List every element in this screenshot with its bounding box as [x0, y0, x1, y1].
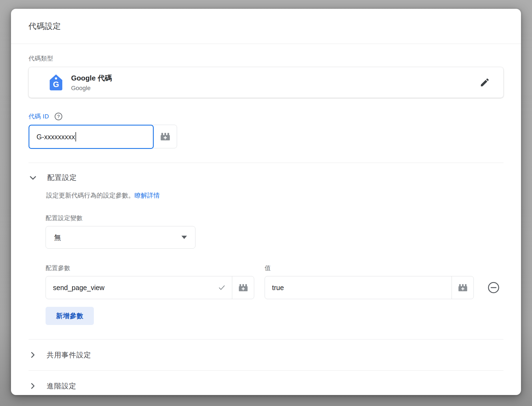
config-settings-body: 配置設定變數 無 配置參數 值 [46, 214, 503, 325]
advanced-settings-title: 進階設定 [47, 381, 76, 391]
remove-circle-icon [487, 281, 500, 294]
dropdown-arrow-icon [181, 236, 187, 239]
panel-body: 代碼類型 G Google 代碼 Google 代碼 ID [11, 44, 521, 395]
remove-parameter-button[interactable] [487, 281, 500, 294]
help-icon[interactable]: ? [54, 112, 63, 121]
tag-id-label: 代碼 ID [29, 112, 49, 121]
config-settings-header[interactable]: 配置設定 [29, 173, 503, 182]
config-description-text: 設定更新代碼行為的設定參數。 [46, 192, 135, 199]
param-name-input[interactable] [46, 276, 218, 299]
tag-id-field-group: G-xxxxxxxxx [29, 125, 177, 148]
google-tag-icon: G [48, 74, 64, 91]
check-icon [218, 283, 226, 292]
tag-type-label: 代碼類型 [29, 54, 503, 63]
param-value-column-label: 值 [265, 264, 474, 272]
param-valid-check [218, 276, 232, 299]
tag-settings-panel: 代碼設定 代碼類型 G Google 代碼 Google 代碼 I [11, 9, 521, 395]
shared-event-settings-section[interactable]: 共用事件設定 [29, 340, 503, 370]
config-variable-value: 無 [54, 233, 181, 242]
tag-id-block: 代碼 ID ? G-xxxxxxxxx [29, 112, 503, 148]
chevron-down-icon [29, 173, 37, 182]
edit-icon [480, 77, 490, 88]
param-value-variable-button[interactable] [452, 276, 474, 299]
tag-id-value: G-xxxxxxxxx [37, 133, 75, 141]
svg-text:?: ? [57, 114, 60, 119]
variable-brick-plus-icon [159, 131, 171, 142]
parameter-row [46, 276, 503, 299]
config-description: 設定更新代碼行為的設定參數。瞭解詳情 [46, 191, 503, 200]
variable-brick-plus-icon [457, 282, 468, 293]
svg-text:G: G [53, 80, 59, 89]
tag-type-name: Google 代碼 [71, 73, 480, 83]
shared-event-settings-title: 共用事件設定 [47, 350, 91, 360]
tag-type-card: G Google 代碼 Google [29, 67, 503, 98]
advanced-settings-section[interactable]: 進階設定 [29, 371, 503, 395]
param-name-variable-button[interactable] [232, 276, 254, 299]
chevron-right-icon [29, 351, 37, 359]
text-cursor [75, 132, 76, 141]
config-variable-label: 配置設定變數 [46, 214, 503, 222]
config-variable-select[interactable]: 無 [46, 226, 195, 249]
chevron-right-icon [29, 382, 37, 390]
tag-type-text: Google 代碼 Google [71, 73, 480, 92]
page-title: 代碼設定 [29, 21, 61, 32]
tag-id-input[interactable]: G-xxxxxxxxx [29, 125, 154, 149]
divider [29, 163, 503, 163]
learn-more-link[interactable]: 瞭解詳情 [135, 192, 160, 199]
param-name-column-label: 配置參數 [46, 264, 254, 272]
tag-type-vendor: Google [71, 85, 480, 92]
config-settings-title: 配置設定 [47, 173, 77, 182]
param-value-group [265, 276, 474, 299]
param-name-group [46, 276, 254, 299]
tag-id-variable-button[interactable] [154, 125, 177, 148]
edit-tag-type-button[interactable] [480, 77, 490, 88]
variable-brick-plus-icon [238, 282, 249, 293]
panel-header: 代碼設定 [11, 9, 521, 44]
param-value-input[interactable] [265, 276, 452, 299]
add-parameter-button[interactable]: 新增參數 [46, 307, 94, 325]
